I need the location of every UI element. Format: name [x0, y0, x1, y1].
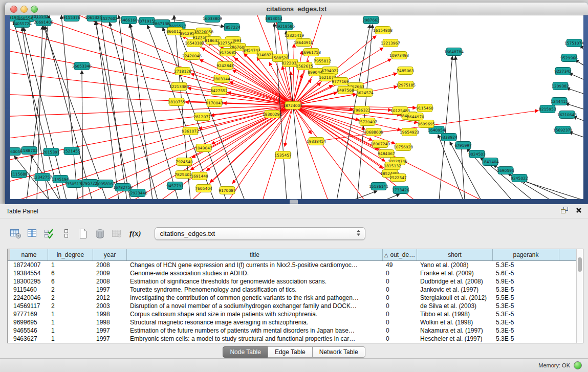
- table-row[interactable]: 946554611997Estimation of the future num…: [8, 326, 583, 335]
- graph-node[interactable]: 16154808: [373, 27, 393, 34]
- graph-node[interactable]: 1810755: [168, 98, 185, 106]
- graph-node[interactable]: 1815132: [384, 162, 401, 170]
- graph-node[interactable]: 9361072: [182, 127, 199, 135]
- column-header-out_de[interactable]: △out_de…: [383, 249, 417, 260]
- minimize-window-button[interactable]: [20, 6, 28, 13]
- column-header-name[interactable]: name: [10, 249, 48, 260]
- graph-node[interactable]: 2987662: [362, 16, 380, 24]
- graph-node[interactable]: 9155376: [63, 15, 80, 21]
- graph-node[interactable]: 7485063: [397, 67, 414, 75]
- graph-node[interactable]: 24055724: [12, 20, 32, 28]
- graph-node[interactable]: 7955812: [314, 57, 331, 65]
- graph-node[interactable]: 1588702: [20, 147, 38, 155]
- tab-network-table[interactable]: Network Table: [312, 346, 365, 358]
- graph-node[interactable]: 10756928: [394, 143, 413, 151]
- table-row[interactable]: 1456911722003Disruption of a novel membe…: [8, 302, 583, 310]
- graph-node[interactable]: 7986322: [353, 106, 371, 114]
- delete-column-icon[interactable]: [94, 228, 106, 240]
- graph-node[interactable]: 7825402: [175, 171, 192, 179]
- graph-node[interactable]: 18724007: [283, 102, 302, 110]
- column-header-in_degree[interactable]: in_degree: [48, 249, 93, 260]
- table-scrollbar-thumb[interactable]: [578, 257, 582, 272]
- graph-node[interactable]: 1690595: [497, 167, 514, 174]
- graph-node[interactable]: 3624574: [356, 89, 374, 97]
- graph-node[interactable]: 20691406: [34, 18, 53, 26]
- table-settings-icon[interactable]: [9, 228, 21, 240]
- table-row[interactable]: 2242004622012Investigating the contribut…: [8, 294, 583, 302]
- column-visibility-icon[interactable]: [26, 228, 38, 240]
- window-resize-handle[interactable]: [290, 200, 298, 204]
- graph-node[interactable]: 9457791: [166, 182, 184, 190]
- graph-node[interactable]: 19338454: [307, 138, 326, 145]
- graph-node[interactable]: 16210643: [557, 111, 577, 119]
- graph-node[interactable]: 1691449: [191, 172, 208, 180]
- graph-node[interactable]: 6497568: [337, 86, 354, 94]
- graph-node[interactable]: 1521455: [63, 147, 80, 155]
- graph-node[interactable]: 2812077: [193, 113, 211, 121]
- graph-node[interactable]: 2015391: [42, 148, 60, 156]
- function-builder-icon[interactable]: f(x): [129, 229, 141, 238]
- citation-network-graph[interactable]: 1931954160554720155422405572420691406915…: [10, 15, 583, 199]
- column-header-title[interactable]: title: [127, 249, 383, 260]
- table-row[interactable]: 946362711997Embryonic stem cells: a mode…: [8, 335, 583, 343]
- graph-node[interactable]: 15136141: [369, 183, 388, 190]
- graph-node[interactable]: 18907249: [371, 140, 390, 148]
- graph-node[interactable]: 9529966: [560, 54, 578, 62]
- row-height-icon[interactable]: [60, 228, 72, 240]
- column-header-pagerank[interactable]: pagerank: [493, 249, 559, 260]
- table-row[interactable]: 911546021997Tourette syndrome. Phenomeno…: [8, 286, 583, 294]
- graph-node[interactable]: 9777169: [332, 78, 349, 85]
- graph-node[interactable]: 16033809: [203, 15, 222, 23]
- graph-node[interactable]: 1733426: [392, 186, 409, 194]
- graph-node[interactable]: 22420046: [182, 52, 202, 60]
- table-row[interactable]: 1872400712008Changes of HCN gene express…: [8, 261, 583, 269]
- graph-node[interactable]: 1115688: [10, 170, 28, 178]
- float-panel-icon[interactable]: [561, 207, 569, 215]
- graph-node[interactable]: 8644970: [407, 113, 424, 121]
- graph-node[interactable]: 10973493: [389, 52, 409, 59]
- column-header-short[interactable]: short: [417, 249, 493, 260]
- graph-node[interactable]: 12975185: [396, 81, 416, 89]
- graph-node[interactable]: 15751074: [564, 39, 583, 47]
- graph-node[interactable]: 9484067: [378, 150, 395, 158]
- graph-node[interactable]: 9338924: [440, 134, 458, 141]
- table-row[interactable]: 977716911998Corpus callosum shape and si…: [8, 310, 583, 318]
- graph-node[interactable]: 16782759: [113, 184, 133, 191]
- graph-node[interactable]: 1527602: [100, 15, 118, 23]
- graph-node[interactable]: 26053346: [72, 62, 92, 70]
- graph-node[interactable]: 2522547: [389, 174, 407, 182]
- graph-node[interactable]: 9170043: [206, 99, 223, 107]
- graph-node[interactable]: 12342757: [33, 173, 52, 181]
- graph-node[interactable]: 19218586: [275, 23, 295, 30]
- graph-node[interactable]: 16543382: [185, 39, 204, 47]
- table-row[interactable]: 1938455462009Genome-wide association stu…: [8, 269, 583, 277]
- graph-node[interactable]: 1244415: [551, 98, 568, 105]
- graph-node[interactable]: 12213967: [381, 39, 400, 47]
- graph-node[interactable]: 6791997: [454, 142, 472, 149]
- graph-node[interactable]: 12325419: [285, 32, 304, 39]
- graph-node[interactable]: 10688609: [364, 128, 383, 136]
- graph-node[interactable]: 1841404: [482, 158, 499, 166]
- network-canvas[interactable]: 1931954160554720155422405572420691406915…: [10, 15, 583, 199]
- graph-node[interactable]: 1049041: [195, 144, 212, 152]
- close-panel-icon[interactable]: [576, 207, 582, 215]
- graph-node[interactable]: 8215953: [539, 105, 556, 113]
- table-scrollbar[interactable]: [576, 249, 583, 343]
- close-window-button[interactable]: [10, 6, 17, 13]
- graph-node[interactable]: 9699695: [418, 120, 435, 128]
- graph-node[interactable]: 2803144: [213, 75, 230, 83]
- graph-node[interactable]: 9245022: [511, 174, 528, 182]
- graph-node[interactable]: 16961758: [301, 49, 321, 56]
- graph-node[interactable]: 1209382: [552, 82, 569, 90]
- import-table-icon[interactable]: [111, 228, 123, 240]
- graph-node[interactable]: 10958167: [96, 180, 115, 188]
- graph-node[interactable]: 15692371: [553, 126, 573, 134]
- graph-node[interactable]: 7924540: [176, 158, 193, 166]
- graph-node[interactable]: 18300295: [263, 111, 282, 118]
- graph-node[interactable]: 16648784: [444, 48, 464, 56]
- graph-node[interactable]: 12923446: [128, 189, 147, 197]
- select-all-check-icon[interactable]: [43, 228, 55, 240]
- graph-node[interactable]: 8427552: [210, 87, 228, 95]
- tab-node-table[interactable]: Node Table: [223, 346, 268, 358]
- graph-node[interactable]: 15720407: [358, 118, 377, 126]
